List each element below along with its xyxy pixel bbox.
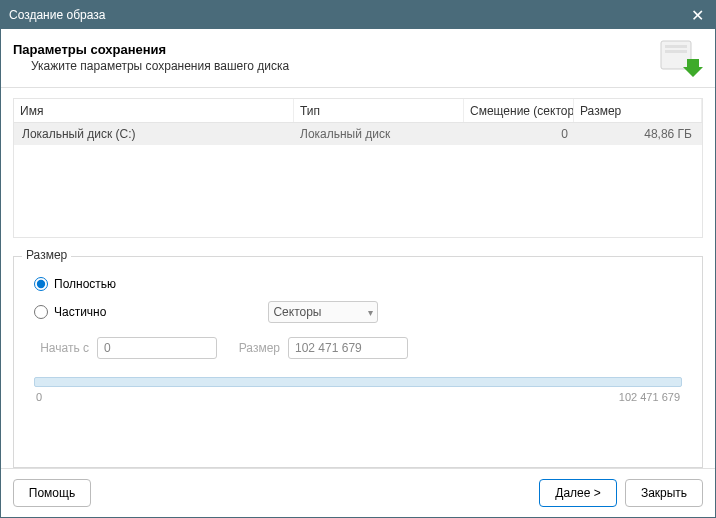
close-button[interactable]: Закрыть xyxy=(625,479,703,507)
help-button[interactable]: Помощь xyxy=(13,479,91,507)
range-min: 0 xyxy=(36,391,42,403)
start-label: Начать с xyxy=(34,341,89,355)
cell-size: 48,86 ГБ xyxy=(574,127,702,141)
radio-partial-row[interactable]: Частично xyxy=(34,305,106,319)
size-input[interactable] xyxy=(288,337,408,359)
table-header: Имя Тип Смещение (сектор... Размер xyxy=(14,99,702,123)
size-label: Размер xyxy=(225,341,280,355)
column-name[interactable]: Имя xyxy=(14,99,294,122)
size-group: Размер Полностью Частично Секторы ▾ Нача… xyxy=(13,256,703,468)
footer: Помощь Далее > Закрыть xyxy=(1,468,715,517)
range-max: 102 471 679 xyxy=(619,391,680,403)
titlebar: Создание образа ✕ xyxy=(1,1,715,29)
chevron-down-icon: ▾ xyxy=(368,307,373,318)
cell-type: Локальный диск xyxy=(294,127,464,141)
size-legend: Размер xyxy=(22,248,71,262)
cell-name: Локальный диск (C:) xyxy=(14,127,294,141)
page-title: Параметры сохранения xyxy=(13,42,655,57)
start-input[interactable] xyxy=(97,337,217,359)
page-subtitle: Укажите параметры сохранения вашего диск… xyxy=(13,59,655,73)
svg-rect-1 xyxy=(665,45,687,48)
unit-select[interactable]: Секторы ▾ xyxy=(268,301,378,323)
column-size[interactable]: Размер xyxy=(574,99,702,122)
range-slider[interactable] xyxy=(34,377,682,387)
column-offset[interactable]: Смещение (сектор... xyxy=(464,99,574,122)
window-title: Создание образа xyxy=(9,8,679,22)
next-button[interactable]: Далее > xyxy=(539,479,617,507)
cell-offset: 0 xyxy=(464,127,574,141)
svg-rect-2 xyxy=(665,50,687,53)
column-type[interactable]: Тип xyxy=(294,99,464,122)
radio-partial-label: Частично xyxy=(54,305,106,319)
radio-partial[interactable] xyxy=(34,305,48,319)
radio-full[interactable] xyxy=(34,277,48,291)
table-row[interactable]: Локальный диск (C:) Локальный диск 0 48,… xyxy=(14,123,702,145)
disk-table: Имя Тип Смещение (сектор... Размер Локал… xyxy=(13,98,703,238)
radio-full-row[interactable]: Полностью xyxy=(34,277,682,291)
wizard-header: Параметры сохранения Укажите параметры с… xyxy=(1,29,715,88)
radio-full-label: Полностью xyxy=(54,277,116,291)
unit-value: Секторы xyxy=(273,305,321,319)
disk-save-icon xyxy=(655,37,703,77)
close-icon[interactable]: ✕ xyxy=(679,1,715,29)
